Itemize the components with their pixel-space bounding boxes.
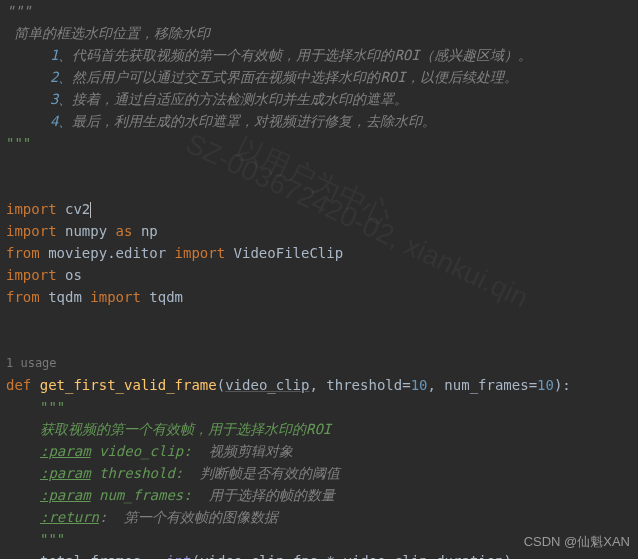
code-editor[interactable]: """ 简单的框选水印位置，移除水印 1、代码首先获取视频的第一个有效帧，用于选… <box>0 0 638 559</box>
import-line: import os <box>6 264 638 286</box>
import-line: import cv2 <box>6 198 638 220</box>
doc-quote-top: """ <box>6 3 31 19</box>
import-line: from tqdm import tqdm <box>6 286 638 308</box>
doc-line: 简单的框选水印位置，移除水印 <box>6 22 638 44</box>
doc-line: 3、接着，通过自适应的方法检测水印并生成水印的遮罩。 <box>6 88 638 110</box>
doc-line: 2、然后用户可以通过交互式界面在视频中选择水印的ROI，以便后续处理。 <box>6 66 638 88</box>
import-line: from moviepy.editor import VideoFileClip <box>6 242 638 264</box>
docstring-line: 获取视频的第一个有效帧，用于选择水印的ROI <box>6 418 638 440</box>
docstring-line: :param num_frames: 用于选择的帧的数量 <box>6 484 638 506</box>
docstring-line: :param threshold: 判断帧是否有效的阈值 <box>6 462 638 484</box>
docstring-line: :return: 第一个有效帧的图像数据 <box>6 506 638 528</box>
docstring-line: :param video_clip: 视频剪辑对象 <box>6 440 638 462</box>
doc-line: 4、最后，利用生成的水印遮罩，对视频进行修复，去除水印。 <box>6 110 638 132</box>
function-def: def get_first_valid_frame(video_clip, th… <box>6 374 638 396</box>
docstring-open: """ <box>6 396 638 418</box>
csdn-watermark: CSDN @仙魁XAN <box>524 531 630 553</box>
doc-quote-end: """ <box>6 132 638 154</box>
doc-line: 1、代码首先获取视频的第一个有效帧，用于选择水印的ROI（感兴趣区域）。 <box>6 44 638 66</box>
import-line: import numpy as np <box>6 220 638 242</box>
usage-hint[interactable]: 1 usage <box>6 352 638 374</box>
text-caret <box>90 202 91 218</box>
